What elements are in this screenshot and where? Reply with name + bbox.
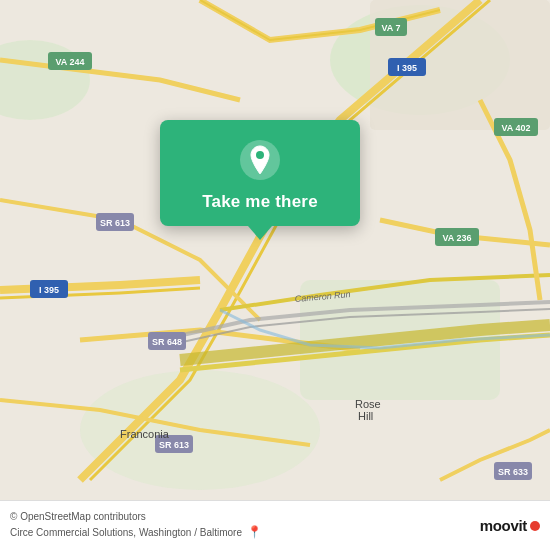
svg-text:VA 7: VA 7 <box>381 23 400 33</box>
svg-text:SR 633: SR 633 <box>498 467 528 477</box>
moovit-logo: moovit <box>480 517 540 534</box>
footer-bar: © OpenStreetMap contributors Circe Comme… <box>0 500 550 550</box>
footer-left: © OpenStreetMap contributors Circe Comme… <box>10 510 480 541</box>
popup-label: Take me there <box>202 192 318 212</box>
business-location: Washington / Baltimore <box>139 527 242 538</box>
svg-text:SR 613: SR 613 <box>100 218 130 228</box>
svg-text:Hill: Hill <box>358 410 373 422</box>
take-me-there-button[interactable]: Take me there <box>160 120 360 226</box>
moovit-pin-icon: 📍 <box>247 525 262 539</box>
svg-text:SR 613: SR 613 <box>159 440 189 450</box>
svg-text:Franconia: Franconia <box>120 428 170 440</box>
svg-text:SR 648: SR 648 <box>152 337 182 347</box>
footer-right: moovit <box>480 517 540 534</box>
map-container[interactable]: VA 244 VA 7 I 395 VA 402 SR 613 I 395 VA… <box>0 0 550 500</box>
svg-text:VA 244: VA 244 <box>55 57 84 67</box>
svg-text:VA 402: VA 402 <box>501 123 530 133</box>
svg-point-31 <box>256 151 264 159</box>
map-attribution: © OpenStreetMap contributors <box>10 511 146 522</box>
svg-text:I 395: I 395 <box>39 285 59 295</box>
moovit-text: moovit <box>480 517 527 534</box>
svg-text:I 395: I 395 <box>397 63 417 73</box>
business-name: Circe Commercial Solutions, <box>10 527 136 538</box>
moovit-dot-icon <box>530 521 540 531</box>
svg-text:Rose: Rose <box>355 398 381 410</box>
svg-text:VA 236: VA 236 <box>442 233 471 243</box>
location-pin-icon <box>238 138 282 182</box>
